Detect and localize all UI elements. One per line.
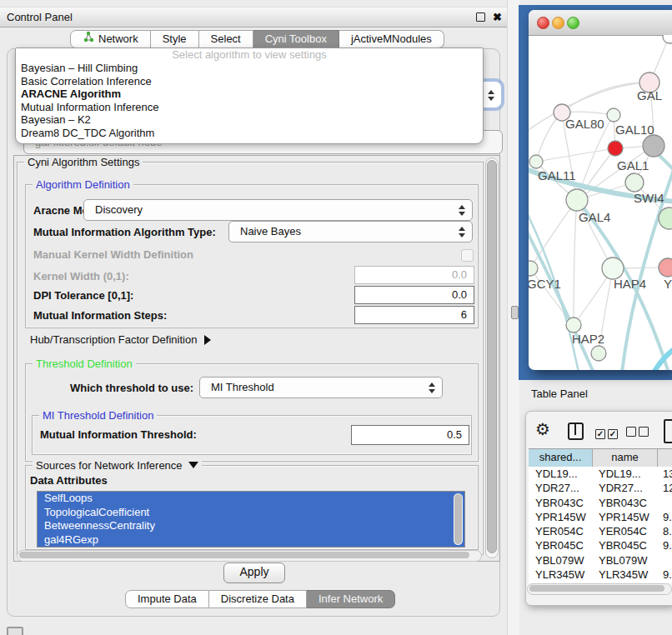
- table-cell: YER054C: [592, 524, 656, 538]
- table-row[interactable]: YBR045CYBR045C9.: [529, 538, 672, 552]
- tab-cyni-toolbox[interactable]: Cyni Toolbox: [253, 30, 339, 48]
- select-all-checkboxes-icon[interactable]: ✓✓: [595, 427, 620, 439]
- vertical-scrollbar-thumb[interactable]: [487, 160, 497, 553]
- table-header-row: shared... name: [529, 448, 672, 468]
- network-node-label: GAL4: [579, 210, 610, 224]
- dock-corner-icon[interactable]: [7, 627, 23, 635]
- network-window[interactable]: GALGAL80GAL10GAL1GAL11SWI4GAL4GCY1HAP4YH…: [529, 10, 672, 370]
- mi-type-combobox[interactable]: Naive Bayes: [228, 221, 473, 242]
- tab-select[interactable]: Select: [199, 30, 253, 48]
- table-row[interactable]: YDL19...YDL19...13: [529, 467, 672, 481]
- network-node[interactable]: [591, 346, 606, 361]
- table-cell: 13: [656, 467, 672, 481]
- combo-arrows-icon: [488, 90, 494, 101]
- column-header-clipped[interactable]: [658, 449, 672, 467]
- tab-discretize-data[interactable]: Discretize Data: [209, 590, 307, 608]
- network-node[interactable]: [566, 189, 588, 211]
- table-scrollbar-thumb[interactable]: [529, 585, 664, 592]
- algorithm-dropdown-popup: Select algorithm to view settings Bayesi…: [15, 48, 484, 144]
- zoom-window-icon[interactable]: [567, 17, 579, 29]
- mi-steps-field[interactable]: 6: [354, 306, 474, 324]
- close-panel-icon[interactable]: ✖: [493, 8, 502, 27]
- column-header-shared-name[interactable]: shared...: [529, 449, 593, 467]
- algorithm-dropdown-prompt: Select algorithm to view settings: [16, 48, 483, 62]
- gear-icon[interactable]: ⚙: [535, 419, 550, 439]
- network-node[interactable]: [659, 258, 672, 277]
- hub-definition-section[interactable]: Hub/Transcription Factor Definition: [30, 333, 211, 346]
- list-scrollbar[interactable]: [454, 493, 463, 545]
- table-row[interactable]: YPR145WYPR145W9.: [529, 510, 672, 524]
- data-attribute-item[interactable]: SelfLoops: [38, 492, 464, 506]
- network-node[interactable]: [663, 35, 672, 43]
- table-cell: YDR27...: [592, 481, 656, 495]
- table-cell: 9.: [656, 538, 672, 552]
- data-attributes-list[interactable]: SelfLoopsTopologicalCoefficientBetweenne…: [37, 491, 465, 548]
- table-horizontal-scrollbar[interactable]: [527, 583, 672, 595]
- splitter-grip-icon[interactable]: [511, 306, 519, 319]
- which-threshold-combobox[interactable]: MI Threshold: [199, 377, 443, 398]
- table-row[interactable]: YER054CYER054C8.: [529, 524, 672, 538]
- algorithm-option[interactable]: Bayesian – Hill Climbing: [16, 62, 483, 75]
- table-row[interactable]: YBL079WYBL079W: [529, 553, 672, 568]
- mi-threshold-field[interactable]: 0.5: [351, 425, 469, 445]
- network-node-label: GAL1: [617, 158, 649, 172]
- data-attribute-item[interactable]: BetweennessCentrality: [38, 519, 464, 533]
- algorithm-option[interactable]: Dream8 DC_TDC Algorithm: [16, 127, 483, 140]
- algorithm-option[interactable]: Mutual Information Inference: [16, 101, 483, 114]
- network-node-label: SWI4: [634, 191, 664, 205]
- kernel-width-field: 0.0: [354, 266, 474, 284]
- list-scrollbar-thumb[interactable]: [454, 494, 462, 544]
- settings-horizontal-scrollbar[interactable]: [17, 550, 482, 562]
- unselect-all-checkboxes-icon[interactable]: [626, 427, 651, 439]
- network-node[interactable]: [529, 261, 538, 276]
- table-cell: YDL19...: [592, 467, 656, 481]
- tab-infer-network[interactable]: Infer Network: [307, 590, 395, 608]
- minimize-window-icon[interactable]: [552, 17, 564, 29]
- horizontal-scrollbar-thumb[interactable]: [19, 552, 469, 558]
- network-node[interactable]: [643, 135, 664, 157]
- network-node[interactable]: [566, 318, 581, 332]
- data-attributes-label: Data Attributes: [30, 474, 108, 487]
- network-nodes-layer[interactable]: GALGAL80GAL10GAL1GAL11SWI4GAL4GCY1HAP4YH…: [529, 35, 672, 361]
- algorithm-option[interactable]: ARACNE Algorithm: [16, 88, 483, 101]
- table-cell: 8.: [656, 524, 672, 538]
- table-cell: YBR045C: [592, 538, 656, 552]
- control-panel-titlebar: Control Panel ✖: [0, 7, 507, 28]
- aracne-mode-combobox[interactable]: Discovery: [83, 199, 473, 221]
- table-cell: YDR27...: [529, 481, 592, 495]
- algorithm-option[interactable]: Bayesian – K2: [16, 113, 483, 127]
- table-panel-title: Table Panel: [531, 388, 588, 400]
- network-node[interactable]: [608, 141, 623, 156]
- network-node[interactable]: [607, 108, 620, 122]
- settings-vertical-scrollbar[interactable]: [485, 158, 499, 558]
- kernel-width-label: Kernel Width (0,1):: [33, 270, 129, 282]
- tab-style[interactable]: Style: [151, 30, 199, 48]
- network-node[interactable]: [625, 173, 644, 192]
- dpi-tolerance-field[interactable]: 0.0: [354, 286, 474, 304]
- network-view-container: GALGAL80GAL10GAL1GAL11SWI4GAL4GCY1HAP4YH…: [519, 5, 672, 380]
- algorithm-definition-title: Algorithm Definition: [33, 178, 133, 191]
- data-attribute-item[interactable]: TopologicalCoefficient: [38, 506, 464, 520]
- table-cell: YPR145W: [592, 510, 656, 524]
- network-window-titlebar[interactable]: [529, 10, 672, 36]
- table-row[interactable]: YDR27...YDR27...12: [529, 481, 672, 495]
- network-canvas[interactable]: GALGAL80GAL10GAL1GAL11SWI4GAL4GCY1HAP4YH…: [529, 35, 672, 370]
- apply-button[interactable]: Apply: [223, 562, 285, 583]
- float-panel-icon[interactable]: [476, 12, 485, 22]
- algorithm-option[interactable]: Basic Correlation Inference: [16, 75, 483, 88]
- network-node[interactable]: [529, 155, 543, 168]
- table-row[interactable]: YBR043CYBR043C: [529, 496, 672, 510]
- table-function-icon[interactable]: [664, 419, 672, 443]
- data-attribute-item[interactable]: gal4RGexp: [38, 533, 464, 548]
- tab-network[interactable]: Network: [70, 30, 151, 48]
- column-header-name[interactable]: name: [593, 449, 658, 467]
- columns-icon[interactable]: [568, 422, 584, 440]
- collapsed-arrow-icon[interactable]: [204, 335, 211, 345]
- close-window-icon[interactable]: [537, 17, 549, 29]
- sources-group-title[interactable]: Sources for Network Inference: [33, 459, 202, 472]
- tab-jactivemnodules[interactable]: jActiveMNodules: [339, 30, 444, 48]
- threshold-definition-title: Threshold Definition: [33, 358, 136, 370]
- tab-impute-data[interactable]: Impute Data: [125, 590, 209, 608]
- expanded-arrow-icon[interactable]: [188, 462, 198, 468]
- table-row[interactable]: YLR345WYLR345W9.: [529, 568, 672, 582]
